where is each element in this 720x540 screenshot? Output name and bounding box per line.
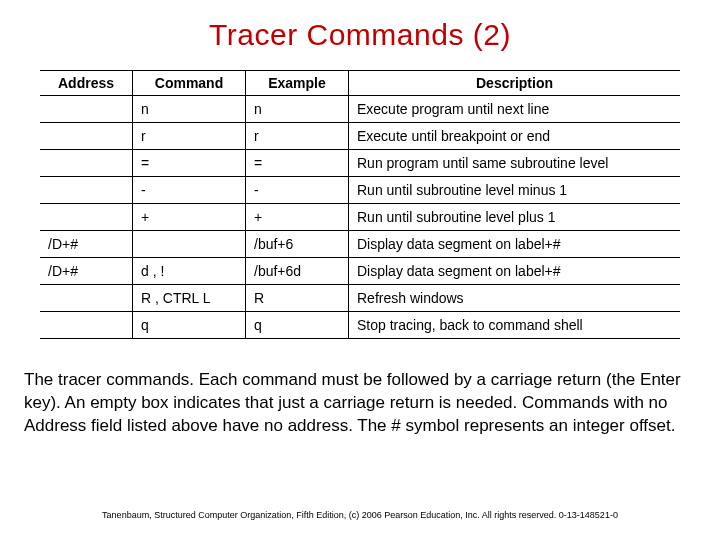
cell-description: Run until subroutine level minus 1: [349, 177, 681, 204]
table-row: R , CTRL L R Refresh windows: [40, 285, 680, 312]
cell-description: Display data segment on label+#: [349, 258, 681, 285]
cell-description: Run until subroutine level plus 1: [349, 204, 681, 231]
cell-example: -: [246, 177, 349, 204]
cell-command: q: [133, 312, 246, 339]
table-row: /D+# d , ! /buf+6d Display data segment …: [40, 258, 680, 285]
commands-table: Address Command Example Description n n …: [40, 70, 680, 339]
cell-command: n: [133, 96, 246, 123]
cell-address: [40, 96, 133, 123]
cell-address: [40, 123, 133, 150]
cell-description: Run program until same subroutine level: [349, 150, 681, 177]
cell-command: =: [133, 150, 246, 177]
footer-text: Tanenbaum, Structured Computer Organizat…: [0, 510, 720, 520]
table-row: n n Execute program until next line: [40, 96, 680, 123]
cell-example: R: [246, 285, 349, 312]
cell-example: /buf+6d: [246, 258, 349, 285]
table-header-row: Address Command Example Description: [40, 71, 680, 96]
cell-example: n: [246, 96, 349, 123]
cell-example: +: [246, 204, 349, 231]
cell-description: Execute until breakpoint or end: [349, 123, 681, 150]
cell-address: [40, 177, 133, 204]
cell-address: [40, 150, 133, 177]
table-row: = = Run program until same subroutine le…: [40, 150, 680, 177]
cell-command: R , CTRL L: [133, 285, 246, 312]
cell-example: q: [246, 312, 349, 339]
cell-address: [40, 285, 133, 312]
cell-example: =: [246, 150, 349, 177]
col-header-address: Address: [40, 71, 133, 96]
cell-address: [40, 204, 133, 231]
cell-command: d , !: [133, 258, 246, 285]
cell-example: /buf+6: [246, 231, 349, 258]
cell-command: r: [133, 123, 246, 150]
cell-command: -: [133, 177, 246, 204]
cell-address: /D+#: [40, 258, 133, 285]
col-header-example: Example: [246, 71, 349, 96]
table-row: - - Run until subroutine level minus 1: [40, 177, 680, 204]
cell-description: Stop tracing, back to command shell: [349, 312, 681, 339]
slide: Tracer Commands (2) Address Command Exam…: [0, 0, 720, 540]
cell-command: +: [133, 204, 246, 231]
cell-address: /D+#: [40, 231, 133, 258]
cell-command: [133, 231, 246, 258]
cell-description: Refresh windows: [349, 285, 681, 312]
cell-address: [40, 312, 133, 339]
cell-description: Display data segment on label+#: [349, 231, 681, 258]
cell-description: Execute program until next line: [349, 96, 681, 123]
table-row: + + Run until subroutine level plus 1: [40, 204, 680, 231]
caption-text: The tracer commands. Each command must b…: [22, 369, 698, 438]
col-header-description: Description: [349, 71, 681, 96]
table-row: r r Execute until breakpoint or end: [40, 123, 680, 150]
table-row: /D+# /buf+6 Display data segment on labe…: [40, 231, 680, 258]
cell-example: r: [246, 123, 349, 150]
slide-title: Tracer Commands (2): [22, 18, 698, 52]
col-header-command: Command: [133, 71, 246, 96]
table-row: q q Stop tracing, back to command shell: [40, 312, 680, 339]
